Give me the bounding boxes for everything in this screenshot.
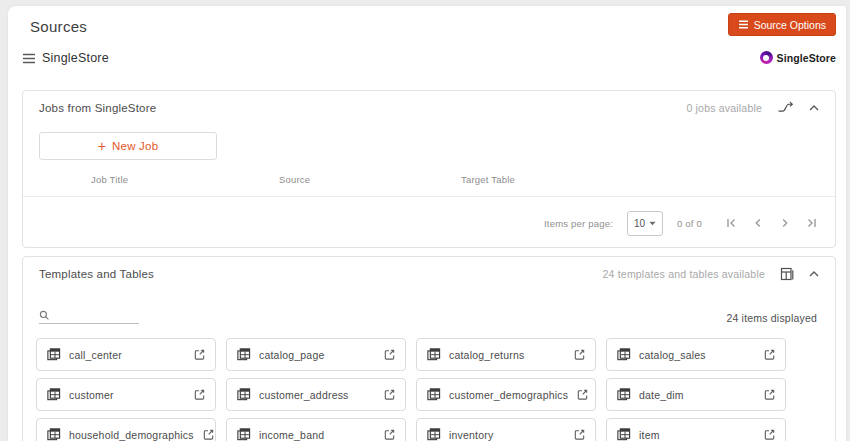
- new-job-button[interactable]: + New Job: [39, 132, 217, 160]
- open-table-button[interactable]: [193, 348, 206, 361]
- open-table-button[interactable]: [763, 428, 776, 441]
- chevron-up-icon: [809, 105, 819, 111]
- templates-panel-header-actions: 24 templates and tables available: [603, 267, 819, 281]
- first-page-button[interactable]: [722, 214, 740, 232]
- table-card[interactable]: customer: [36, 378, 216, 411]
- open-in-new-icon: [576, 388, 589, 401]
- table-icon: [426, 427, 441, 441]
- table-name: customer: [69, 389, 114, 401]
- jobs-table-header: Job TitleSourceTarget Table: [23, 174, 835, 188]
- titlebar: Sources Source Options: [8, 6, 846, 48]
- open-table-button[interactable]: [573, 428, 586, 441]
- previous-page-button[interactable]: [749, 214, 767, 232]
- jobs-column-header: Source: [279, 174, 310, 185]
- last-page-button[interactable]: [803, 214, 821, 232]
- open-table-button[interactable]: [763, 348, 776, 361]
- table-card[interactable]: call_center: [36, 338, 216, 371]
- source-header-row: SingleStore SingleStore: [8, 48, 846, 76]
- jobs-paginator: Items per page: 10 0 of 0: [23, 197, 835, 249]
- table-icon: [236, 347, 251, 362]
- open-in-new-icon: [763, 388, 776, 401]
- table-card[interactable]: catalog_page: [226, 338, 406, 371]
- table-icon: [46, 387, 61, 402]
- table-name: call_center: [69, 349, 122, 361]
- flow-icon[interactable]: [777, 101, 794, 114]
- items-displayed-label: 24 items displayed: [726, 312, 817, 324]
- jobs-column-header: Job Title: [91, 174, 128, 185]
- table-icon: [616, 347, 631, 362]
- open-table-button[interactable]: [763, 388, 776, 401]
- jobs-panel-header: Jobs from SingleStore 0 jobs available: [23, 91, 835, 124]
- table-card[interactable]: customer_demographics: [416, 378, 596, 411]
- table-icon: [616, 427, 631, 441]
- open-table-button[interactable]: [202, 428, 215, 441]
- templates-toolbar: 24 items displayed: [39, 298, 817, 324]
- next-page-button[interactable]: [776, 214, 794, 232]
- table-card[interactable]: inventory: [416, 418, 596, 441]
- open-in-new-icon: [383, 388, 396, 401]
- search-icon: [39, 310, 50, 321]
- page-range-label: 0 of 0: [677, 218, 702, 229]
- jobs-availability: 0 jobs available: [686, 102, 762, 114]
- open-in-new-icon: [383, 428, 396, 441]
- tables-icon[interactable]: [780, 267, 794, 281]
- open-table-button[interactable]: [383, 428, 396, 441]
- search-input[interactable]: [54, 310, 134, 321]
- table-name: catalog_returns: [449, 349, 524, 361]
- table-card[interactable]: income_band: [226, 418, 406, 441]
- table-card[interactable]: catalog_returns: [416, 338, 596, 371]
- table-icon: [46, 427, 61, 441]
- items-per-page-label: Items per page:: [544, 218, 613, 229]
- table-name: customer_address: [259, 389, 349, 401]
- page-title: Sources: [30, 18, 87, 35]
- open-in-new-icon: [383, 348, 396, 361]
- table-name: inventory: [449, 429, 493, 441]
- items-per-page-select[interactable]: 10: [627, 211, 663, 236]
- table-name: catalog_sales: [639, 349, 706, 361]
- open-in-new-icon: [763, 428, 776, 441]
- open-table-button[interactable]: [193, 388, 206, 401]
- open-table-button[interactable]: [383, 348, 396, 361]
- last-page-icon: [806, 217, 818, 229]
- table-name: item: [639, 429, 660, 441]
- source-name: SingleStore: [42, 51, 109, 65]
- first-page-icon: [725, 217, 737, 229]
- open-in-new-icon: [193, 388, 206, 401]
- source-options-button[interactable]: Source Options: [728, 13, 836, 36]
- search-box[interactable]: [39, 310, 139, 324]
- previous-page-icon: [752, 217, 764, 229]
- templates-panel-header: Templates and Tables 24 templates and ta…: [23, 257, 835, 290]
- table-card[interactable]: household_demographics: [36, 418, 216, 441]
- caret-down-icon: [649, 221, 656, 226]
- open-table-button[interactable]: [573, 348, 586, 361]
- open-table-button[interactable]: [576, 388, 589, 401]
- templates-panel: Templates and Tables 24 templates and ta…: [22, 256, 836, 441]
- open-table-button[interactable]: [383, 388, 396, 401]
- table-name: household_demographics: [69, 429, 194, 441]
- collapse-jobs-button[interactable]: [809, 105, 819, 111]
- collapse-templates-button[interactable]: [809, 271, 819, 277]
- table-name: date_dim: [639, 389, 684, 401]
- jobs-panel-header-actions: 0 jobs available: [686, 101, 819, 114]
- table-icon: [616, 387, 631, 402]
- open-in-new-icon: [573, 428, 586, 441]
- jobs-column-header: Target Table: [461, 174, 515, 185]
- open-in-new-icon: [193, 348, 206, 361]
- table-card[interactable]: customer_address: [226, 378, 406, 411]
- table-icon: [426, 387, 441, 402]
- table-card[interactable]: catalog_sales: [606, 338, 786, 371]
- table-card[interactable]: date_dim: [606, 378, 786, 411]
- new-job-label: New Job: [112, 140, 158, 152]
- next-page-icon: [779, 217, 791, 229]
- hamburger-icon: [22, 53, 36, 64]
- brand-name: SingleStore: [777, 52, 836, 64]
- hamburger-icon: [738, 20, 749, 29]
- plus-icon: +: [98, 139, 106, 153]
- table-icon: [236, 427, 251, 441]
- chevron-up-icon: [809, 271, 819, 277]
- source-name-group: SingleStore: [22, 51, 109, 65]
- table-icon: [236, 387, 251, 402]
- open-in-new-icon: [573, 348, 586, 361]
- table-card[interactable]: item: [606, 418, 786, 441]
- singlestore-brand: SingleStore: [760, 51, 836, 64]
